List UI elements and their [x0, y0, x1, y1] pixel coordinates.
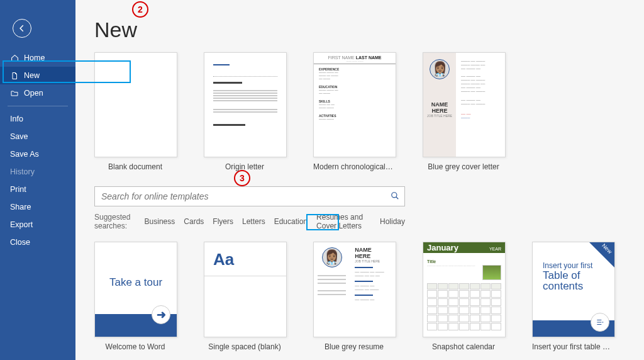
backstage-sidebar: Home New Open Info Save Save As History …	[0, 0, 75, 360]
new-ribbon-icon: New	[589, 242, 614, 267]
template-label: Modern chronological resu...	[313, 162, 395, 171]
template-thumbnail: New Insert your first Table of contents	[532, 242, 615, 337]
template-table-of-contents[interactable]: New Insert your first Table of contents …	[532, 242, 614, 351]
template-row-featured: Take a tour ➜ Welcome to Word Aa Single …	[94, 242, 625, 351]
photo-placeholder-icon	[482, 265, 501, 280]
suggested-link-education[interactable]: Education	[274, 217, 308, 226]
template-label: Single spaced (blank)	[204, 342, 286, 351]
sidebar-item-history[interactable]: History	[0, 163, 75, 181]
template-label: Insert your first table of co...	[532, 342, 614, 351]
search-icon[interactable]	[386, 191, 404, 202]
sidebar-item-export[interactable]: Export	[0, 216, 75, 233]
template-welcome-tour[interactable]: Take a tour ➜ Welcome to Word	[94, 242, 176, 351]
template-thumbnail: 👩🏽‍⚕️ NAME HERE JOB TITLE HERE ──── ── ─…	[423, 52, 506, 157]
page-title: New	[94, 18, 625, 42]
template-label: Blue grey cover letter	[423, 162, 504, 171]
sidebar-item-label: Open	[24, 89, 43, 98]
search-input[interactable]	[95, 191, 386, 201]
sidebar-item-close[interactable]: Close	[0, 233, 75, 251]
template-bluegrey-resume[interactable]: 👩🏽‍⚕️ NAME HERE JOB TITLE	[313, 242, 395, 351]
back-arrow-icon	[18, 24, 26, 33]
template-snapshot-calendar[interactable]: January YEAR Title ──── ── ──── ── ── ──…	[423, 242, 504, 351]
sidebar-item-save-as[interactable]: Save As	[0, 145, 75, 163]
new-page-content: New Blank document	[75, 0, 644, 360]
sidebar-item-share[interactable]: Share	[0, 198, 75, 216]
avatar-icon: 👩🏽‍⚕️	[430, 59, 450, 79]
suggested-link-cards[interactable]: Cards	[184, 217, 204, 226]
home-icon	[10, 54, 19, 62]
template-thumbnail	[204, 52, 287, 157]
template-origin-letter[interactable]: Origin letter	[204, 52, 286, 171]
calendar-grid	[427, 283, 501, 330]
template-label: Snapshot calendar	[423, 342, 504, 351]
template-label: Blue grey resume	[313, 342, 395, 351]
sidebar-item-home[interactable]: Home	[0, 49, 75, 67]
template-thumbnail: Take a tour ➜	[94, 242, 177, 337]
sidebar-item-open[interactable]: Open	[0, 84, 75, 102]
annotation-circle-2: 2	[132, 1, 148, 18]
template-thumbnail: Aa	[204, 242, 287, 337]
template-single-spaced[interactable]: Aa Single spaced (blank)	[204, 242, 286, 351]
template-thumbnail: FIRST NAME LAST NAME ──── ──── ──── EXPE…	[313, 52, 396, 157]
template-blank-document[interactable]: Blank document	[94, 52, 176, 171]
sidebar-item-label: New	[24, 71, 40, 80]
template-label: Welcome to Word	[94, 342, 176, 351]
sidebar-item-label: Home	[24, 53, 45, 62]
sidebar-item-print[interactable]: Print	[0, 181, 75, 198]
arrow-right-icon	[591, 313, 609, 332]
folder-open-icon	[10, 89, 19, 97]
template-modern-resume[interactable]: FIRST NAME LAST NAME ──── ──── ──── EXPE…	[313, 52, 395, 171]
template-label: Blank document	[94, 162, 176, 171]
avatar-icon: 👩🏽‍⚕️	[322, 247, 342, 267]
suggested-link-business[interactable]: Business	[145, 217, 175, 226]
suggested-link-holiday[interactable]: Holiday	[380, 217, 405, 226]
template-thumbnail	[94, 52, 177, 157]
back-button[interactable]	[13, 19, 31, 38]
template-thumbnail: 👩🏽‍⚕️ NAME HERE JOB TITLE	[313, 242, 396, 337]
annotation-circle-3: 3	[234, 170, 250, 186]
document-icon	[10, 72, 19, 80]
template-row-recent: Blank document	[94, 52, 625, 171]
template-bluegrey-cover[interactable]: 👩🏽‍⚕️ NAME HERE JOB TITLE HERE ──── ── ─…	[423, 52, 504, 171]
template-search-box[interactable]	[94, 186, 405, 206]
suggested-searches: Suggested searches: Business Cards Flyer…	[94, 213, 405, 230]
template-thumbnail: January YEAR Title ──── ── ──── ── ── ──…	[423, 242, 506, 337]
sidebar-item-save[interactable]: Save	[0, 128, 75, 145]
suggested-link-resumes[interactable]: Resumes and Cover Letters	[316, 213, 371, 230]
arrow-right-icon: ➜	[152, 305, 170, 324]
suggested-label: Suggested searches:	[94, 213, 136, 230]
svg-point-0	[392, 192, 397, 197]
sidebar-item-info[interactable]: Info	[0, 110, 75, 128]
suggested-link-letters[interactable]: Letters	[242, 217, 265, 226]
sidebar-item-new[interactable]: New	[0, 67, 75, 84]
sidebar-divider	[8, 106, 68, 106]
suggested-link-flyers[interactable]: Flyers	[213, 217, 233, 226]
